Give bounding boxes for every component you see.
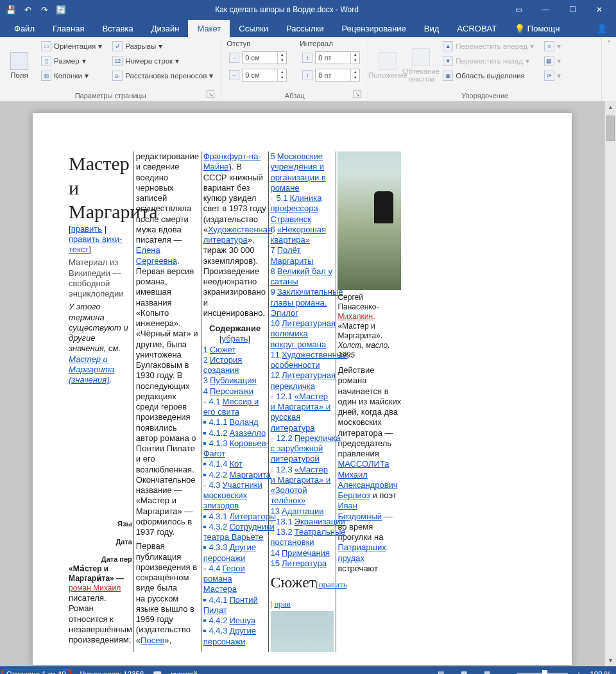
tab-layout[interactable]: Макет — [188, 20, 230, 37]
ribbon-options-button[interactable]: ▭ — [506, 1, 531, 19]
group-paragraph: Отступ → 0 см▴▾ ← 0 см▴▾ Интервал ↕ 0 пт… — [221, 37, 368, 101]
zoom-level[interactable]: 100 % — [590, 670, 611, 675]
backward-icon: ▼ — [443, 56, 453, 66]
language-indicator[interactable]: русский — [171, 670, 197, 675]
tab-view[interactable]: Вид — [415, 20, 449, 37]
edit-link[interactable]: править — [71, 224, 102, 234]
tab-references[interactable]: Ссылки — [230, 20, 277, 37]
align-icon: ≡ — [544, 41, 554, 51]
columns-button[interactable]: ▥ Колонки ▾ — [38, 69, 105, 82]
rotate-icon: ⟳ — [544, 71, 554, 81]
spacing-after[interactable]: ↕ 8 пт▴▾ — [300, 67, 363, 83]
breaks-icon: ↲ — [112, 41, 123, 51]
page-setup-dialog-launcher[interactable]: ↘ — [207, 91, 214, 98]
vertical-scrollbar[interactable]: ▲ ▼ — [604, 101, 616, 666]
document-area[interactable]: Мастер и Маргарита [править | править ви… — [0, 101, 604, 666]
hide-contents[interactable]: убрать — [222, 334, 248, 343]
close-button[interactable]: ✕ — [586, 1, 612, 19]
size-icon: ▯ — [41, 56, 51, 66]
redo-button[interactable]: ↷ — [37, 3, 51, 17]
collapse-ribbon[interactable]: ˄ — [602, 37, 616, 101]
position-button: Положение — [373, 40, 402, 91]
breaks-button[interactable]: ↲ Разрывы ▾ — [110, 40, 216, 53]
document-content: Мастер и Маргарита [править | править ви… — [69, 151, 536, 652]
group-page-setup: Поля ▭ Ориентация ▾ ▯ Размер ▾ ▥ Колонки… — [0, 37, 221, 101]
spacing-before[interactable]: ↕ 0 пт▴▾ — [300, 50, 363, 65]
tab-mailings[interactable]: Рассылки — [277, 20, 332, 37]
group-label-paragraph: Абзац ↘ — [227, 91, 363, 99]
zoom-in[interactable]: + — [577, 670, 581, 675]
group-label-page-setup: Параметры страницы ↘ — [5, 91, 216, 99]
word-count[interactable]: Число слов: 12356 — [80, 670, 144, 675]
link-berlioz[interactable]: Берлиоз — [338, 490, 370, 500]
tab-acrobat[interactable]: ACROBAT — [448, 20, 506, 37]
tab-review[interactable]: Рецензирование — [332, 20, 415, 37]
spacing-after-icon: ↕ — [302, 70, 312, 80]
scroll-up[interactable]: ▲ — [605, 101, 616, 113]
scroll-thumb[interactable] — [606, 116, 615, 141]
indent-left[interactable]: → 0 см▴▾ — [227, 50, 289, 65]
subtitle: Материал из Википедии — свободной энцикл… — [69, 257, 132, 299]
link-bezdomny[interactable]: Иван Бездомный — [338, 501, 382, 521]
margins-icon — [10, 52, 28, 70]
link-patriarshi[interactable]: Патриарших прудах — [338, 542, 386, 562]
ribbon: Поля ▭ Ориентация ▾ ▯ Размер ▾ ▥ Колонки… — [0, 37, 616, 101]
page: Мастер и Маргарита [править | править ви… — [33, 113, 572, 665]
forward-icon: ▲ — [443, 41, 453, 51]
orientation-icon: ▭ — [41, 41, 51, 51]
spacing-label: Интервал — [300, 40, 363, 50]
edit-sujet[interactable]: править — [319, 580, 347, 589]
article-title: Мастер и Маргарита — [69, 151, 132, 224]
workspace: Мастер и Маргарита [править | править ви… — [0, 101, 616, 666]
spell-check-icon[interactable]: 📖 — [153, 670, 162, 675]
line-numbers-button[interactable]: 12 Номера строк ▾ — [110, 55, 216, 67]
maximize-button[interactable]: ☐ — [560, 1, 585, 19]
line-numbers-icon: 12 — [112, 56, 123, 66]
undo-button[interactable]: ↶ — [21, 3, 35, 17]
save-button[interactable]: 💾 — [4, 3, 18, 17]
tab-insert[interactable]: Вставка — [93, 20, 142, 37]
ribbon-tabs: Файл Главная Вставка Дизайн Макет Ссылки… — [0, 19, 616, 37]
margins-button[interactable]: Поля — [5, 40, 33, 91]
hyphenation-icon: a- — [112, 71, 123, 81]
edit-wiki-link[interactable]: править вики-текст — [69, 234, 122, 254]
tab-home[interactable]: Главная — [44, 20, 93, 37]
spacing-before-icon: ↕ — [302, 53, 312, 63]
tab-design[interactable]: Дизайн — [142, 20, 189, 37]
indent-left-icon: → — [229, 53, 239, 63]
link-massolit[interactable]: МАССОЛИТа — [338, 459, 389, 469]
orientation-button[interactable]: ▭ Ориентация ▾ — [38, 40, 105, 53]
group-label-arrange: Упорядочение — [373, 91, 596, 99]
web-layout-button[interactable]: ▩ — [480, 668, 494, 675]
zoom-out[interactable]: − — [503, 670, 508, 675]
read-mode-button[interactable]: ▤ — [434, 668, 448, 675]
send-backward-button: ▼ Переместить назад ▾ — [440, 55, 536, 67]
share-icon[interactable]: 👤 — [588, 20, 616, 37]
sync-button[interactable]: 🔄 — [54, 3, 68, 17]
wrap-text-button: Обтекание текстом — [407, 40, 435, 91]
size-button[interactable]: ▯ Размер ▾ — [38, 55, 105, 67]
indent-label: Отступ — [227, 40, 289, 50]
tell-me[interactable]: 💡 Помощн — [506, 20, 569, 37]
disambig-link[interactable]: Мастер и Маргарита (значения) — [69, 354, 114, 385]
group-arrange: Положение Обтекание текстом ▲ Переместит… — [368, 37, 602, 101]
print-layout-button[interactable]: ▦ — [457, 668, 471, 675]
columns-icon: ▥ — [41, 71, 51, 81]
rotate-button: ⟳▾ — [542, 69, 563, 82]
hyphenation-button[interactable]: a- Расстановка переносов ▾ — [110, 69, 216, 82]
tab-file[interactable]: Файл — [5, 20, 44, 37]
minimize-button[interactable]: — — [533, 1, 558, 19]
link-posev[interactable]: Посев — [141, 635, 164, 645]
scroll-down[interactable]: ▼ — [605, 655, 616, 666]
paragraph-dialog-launcher[interactable]: ↘ — [354, 91, 361, 98]
contents-title: Содержание — [203, 324, 267, 334]
wrap-icon — [412, 48, 430, 66]
selection-pane-button[interactable]: ▣ Область выделения — [440, 69, 536, 82]
align-button: ≡▾ — [542, 40, 563, 53]
link-elena[interactable]: Елена Сергеевна — [136, 245, 177, 265]
status-bar: Страница 1 из 40 Число слов: 12356 📖 рус… — [0, 666, 616, 674]
indent-right[interactable]: ← 0 см▴▾ — [227, 67, 289, 83]
page-indicator[interactable]: Страница 1 из 40 — [1, 669, 71, 675]
title-bar: 💾 ↶ ↷ 🔄 Как сделать шпоры в Ворде.docx -… — [0, 0, 616, 19]
link-hudlit[interactable]: Художественная литература — [203, 225, 272, 245]
